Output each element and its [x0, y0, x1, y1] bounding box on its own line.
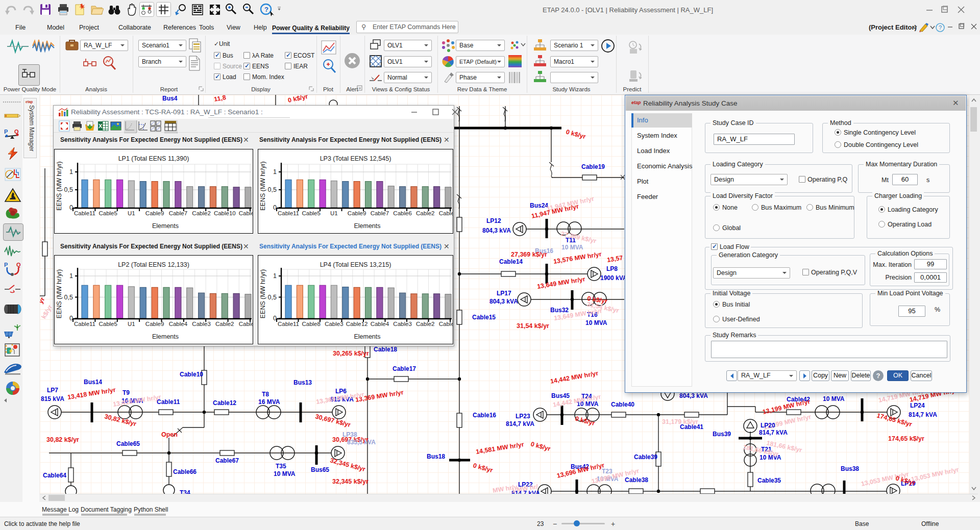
svg-text:0,5: 0,5 — [268, 186, 277, 193]
svg-text:Cable11: Cable11 — [74, 321, 95, 327]
svg-text:0 k$/yr: 0 k$/yr — [530, 440, 551, 452]
svg-text:Cable2: Cable2 — [416, 321, 434, 327]
svg-text:1900 kVA: 1900 kVA — [600, 274, 627, 282]
svg-text:16 MVA: 16 MVA — [258, 398, 280, 406]
svg-text:Cable4: Cable4 — [169, 321, 188, 327]
svg-text:EENS (MW hr/yr): EENS (MW hr/yr) — [56, 161, 63, 211]
svg-text:Bus45: Bus45 — [551, 392, 570, 399]
svg-text:Cable11: Cable11 — [278, 210, 299, 216]
svg-text:Bus13: Bus13 — [293, 379, 312, 386]
svg-text:LP20: LP20 — [761, 422, 775, 429]
svg-text:Cable16: Cable16 — [473, 412, 496, 419]
svg-text:k$/yr: k$/yr — [40, 304, 54, 320]
svg-text:Elements: Elements — [152, 333, 179, 340]
svg-text:Bus39: Bus39 — [713, 431, 731, 438]
svg-text:1: 1 — [69, 272, 73, 280]
svg-text:804,3 kVA: 804,3 kVA — [489, 298, 518, 305]
svg-text:LP4 (Total EENS 13,215): LP4 (Total EENS 13,215) — [320, 261, 391, 268]
svg-text:0: 0 — [273, 315, 277, 322]
svg-text:Cable67: Cable67 — [215, 457, 239, 464]
svg-text:?: ? — [264, 6, 268, 13]
svg-text:Cable38: Cable38 — [625, 476, 648, 484]
svg-text:804,3 kVA: 804,3 kVA — [679, 392, 708, 399]
svg-text:30,265 k$/yr: 30,265 k$/yr — [333, 350, 369, 357]
svg-text:LP23: LP23 — [516, 413, 530, 420]
svg-text:835,5 kVA: 835,5 kVA — [347, 439, 376, 446]
svg-text:Bus4: Bus4 — [162, 95, 178, 102]
svg-text:EENS (MW hr/yr): EENS (MW hr/yr) — [259, 269, 266, 319]
svg-text:10 MVA: 10 MVA — [585, 319, 607, 326]
svg-text:0 k$/yr: 0 k$/yr — [565, 128, 586, 140]
svg-text:30,82 k$/yr: 30,82 k$/yr — [104, 413, 137, 427]
svg-text:Bus18: Bus18 — [427, 453, 445, 460]
svg-text:P: P — [4, 262, 8, 268]
svg-text:Cable7: Cable7 — [169, 210, 187, 216]
svg-text:0: 0 — [69, 204, 73, 211]
svg-text:Cable1: Cable1 — [439, 321, 453, 327]
svg-text:Cable2: Cable2 — [192, 210, 210, 216]
svg-text:Cable19: Cable19 — [581, 163, 605, 170]
svg-text:Bus65: Bus65 — [311, 466, 329, 473]
svg-text:Cable14: Cable14 — [499, 258, 523, 265]
svg-text:Open: Open — [161, 431, 178, 438]
svg-text:P: P — [4, 129, 8, 135]
svg-text:Cable15: Cable15 — [472, 314, 496, 321]
svg-text:11,8: 11,8 — [213, 95, 227, 103]
svg-text:X: X — [99, 123, 103, 129]
svg-text:yr: yr — [40, 296, 46, 305]
svg-text:13,57: 13,57 — [606, 254, 623, 264]
svg-text:14,581 MW hr/yr: 14,581 MW hr/yr — [475, 441, 524, 456]
svg-text:Cable11: Cable11 — [278, 321, 299, 327]
svg-text:LP3 (Total EENS 12,545): LP3 (Total EENS 12,545) — [320, 155, 391, 162]
svg-text:T8: T8 — [262, 391, 269, 398]
svg-text:0: 0 — [69, 315, 73, 322]
svg-text:Cable9: Cable9 — [145, 321, 164, 327]
svg-text:Q: Q — [16, 262, 21, 268]
svg-text:EENS (MW hr/yr): EENS (MW hr/yr) — [259, 161, 266, 211]
svg-text:LP12: LP12 — [486, 217, 501, 224]
svg-text:174,65 k$/yr: 174,65 k$/yr — [888, 435, 924, 442]
svg-text:Cable9: Cable9 — [145, 210, 164, 216]
svg-text:1: 1 — [273, 168, 277, 175]
svg-text:Cable40: Cable40 — [611, 401, 634, 408]
svg-text:Cable9: Cable9 — [348, 210, 366, 216]
svg-text:30,82 k$/yr: 30,82 k$/yr — [46, 436, 79, 443]
svg-text:Cable5: Cable5 — [99, 210, 117, 216]
svg-text:Elements: Elements — [152, 222, 179, 230]
svg-text:LP8: LP8 — [606, 265, 618, 272]
svg-text:Cable66: Cable66 — [173, 468, 197, 475]
svg-text:27,369 k$/yr: 27,369 k$/yr — [511, 251, 547, 258]
svg-text:U1: U1 — [128, 321, 135, 327]
svg-text:Cable4: Cable4 — [371, 321, 389, 327]
svg-text:10 MVA: 10 MVA — [823, 395, 845, 402]
svg-text:Cable6: Cable6 — [393, 210, 411, 216]
svg-text:Cable2: Cable2 — [215, 321, 234, 327]
svg-text:0,5: 0,5 — [268, 294, 277, 301]
svg-text:32,345 k$/yr: 32,345 k$/yr — [329, 457, 366, 473]
svg-text:814,7 kVA: 814,7 kVA — [759, 429, 788, 436]
svg-text:Cable12: Cable12 — [346, 321, 368, 327]
svg-text:10 MVA: 10 MVA — [561, 244, 583, 251]
svg-text:?: ? — [939, 24, 942, 31]
svg-text:Cable10: Cable10 — [214, 210, 236, 216]
svg-text:Cable10: Cable10 — [180, 371, 203, 378]
svg-text:0: 0 — [273, 204, 277, 211]
svg-text:31,54 k$/yr: 31,54 k$/yr — [517, 322, 549, 330]
svg-text:13,418 MW hr/yr: 13,418 MW hr/yr — [67, 386, 116, 401]
svg-text:LP7: LP7 — [47, 387, 58, 394]
svg-text:Cable11: Cable11 — [74, 210, 95, 216]
svg-text:Elements: Elements — [354, 222, 380, 230]
svg-text:T9: T9 — [122, 389, 130, 396]
svg-text:1: 1 — [273, 272, 277, 280]
svg-text:Cable1: Cable1 — [239, 321, 253, 327]
svg-text:Cable12: Cable12 — [213, 399, 236, 407]
svg-text:1: 1 — [69, 168, 73, 175]
svg-text:0 k$/yr: 0 k$/yr — [287, 95, 309, 104]
svg-text:Cable3: Cable3 — [192, 321, 210, 327]
svg-text:LP2 (Total EENS 12,133): LP2 (Total EENS 12,133) — [118, 261, 189, 268]
svg-text:13,649 MW hr/yr: 13,649 MW hr/yr — [536, 275, 585, 290]
svg-text:0 k$/yr: 0 k$/yr — [472, 462, 494, 474]
svg-text:U1: U1 — [128, 210, 135, 216]
svg-text:Cable18: Cable18 — [374, 346, 397, 353]
svg-text:Cable5: Cable5 — [302, 210, 320, 216]
